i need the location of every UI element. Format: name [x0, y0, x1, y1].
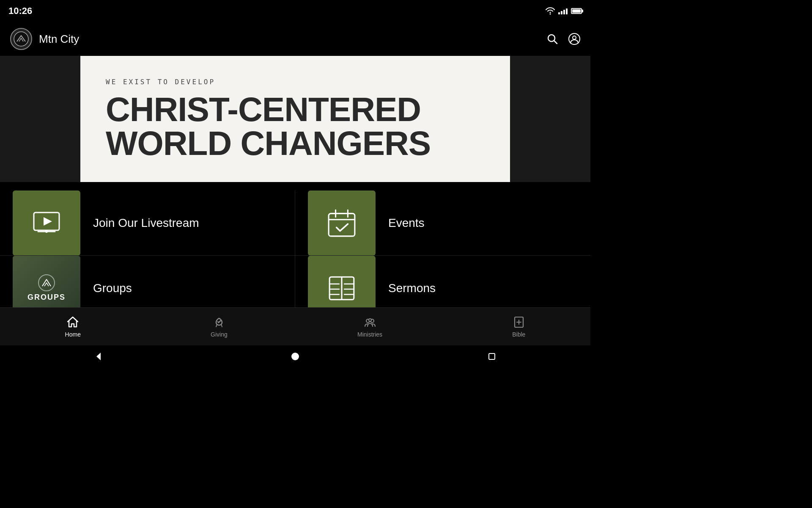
content-grid: Join Our Livestream Events [0, 190, 590, 321]
recent-icon [487, 352, 497, 361]
ministries-icon [364, 316, 376, 329]
video-play-icon [32, 208, 61, 238]
groups-label: Groups [93, 282, 132, 295]
nav-label-giving: Giving [211, 331, 228, 338]
wifi-icon [546, 7, 555, 15]
svg-point-1 [14, 32, 28, 46]
nav-item-home[interactable]: Home [57, 312, 89, 341]
hero-title-line1: CHRIST-CENTERED [106, 93, 485, 127]
svg-point-23 [369, 319, 371, 321]
back-icon [94, 352, 103, 361]
svg-marker-27 [96, 353, 101, 360]
groups-logo-text: GROUPS [27, 293, 66, 302]
system-back-button[interactable] [90, 348, 107, 365]
book-icon [327, 273, 357, 303]
app-bar-right [546, 33, 580, 45]
search-button[interactable] [546, 33, 558, 45]
system-home-button[interactable] [287, 348, 304, 365]
app-logo[interactable] [10, 28, 32, 50]
status-time: 10:26 [8, 6, 32, 17]
home-icon [66, 316, 79, 329]
hero-side-left [0, 56, 80, 182]
app-title: Mtn City [39, 33, 79, 46]
battery-icon [571, 8, 582, 14]
livestream-icon-box [13, 190, 80, 256]
search-icon [546, 33, 558, 45]
svg-point-4 [573, 36, 576, 39]
nav-item-ministries[interactable]: Ministries [349, 312, 391, 341]
livestream-item[interactable]: Join Our Livestream [0, 190, 295, 256]
svg-point-8 [45, 230, 48, 233]
status-bar: 10:26 [0, 0, 590, 22]
hero-title-line2: WORLD CHANGERS [106, 127, 485, 160]
svg-rect-9 [329, 213, 355, 236]
app-bar: Mtn City [0, 22, 590, 56]
profile-button[interactable] [568, 33, 580, 45]
hero-title: CHRIST-CENTERED WORLD CHANGERS [106, 93, 485, 160]
events-label: Events [388, 216, 425, 230]
status-icons [546, 7, 582, 15]
events-item[interactable]: Events [295, 190, 590, 256]
svg-rect-29 [489, 353, 495, 359]
nav-label-ministries: Ministries [357, 331, 382, 338]
signal-bars-icon [558, 8, 568, 14]
sermons-label: Sermons [388, 282, 436, 295]
system-home-icon [291, 352, 300, 361]
svg-marker-6 [44, 217, 52, 226]
mountain-logo-icon [41, 278, 52, 288]
logo-icon [14, 31, 29, 47]
bottom-nav: Home Giving Ministries Bible [0, 307, 590, 345]
profile-icon [568, 33, 580, 45]
hero-banner: WE EXIST TO DEVELOP CHRIST-CENTERED WORL… [80, 56, 510, 182]
bible-icon [513, 316, 525, 329]
system-nav [0, 345, 590, 367]
giving-icon [213, 316, 225, 329]
calendar-check-icon [327, 208, 357, 238]
nav-label-bible: Bible [512, 331, 525, 338]
nav-item-giving[interactable]: Giving [202, 312, 236, 341]
events-icon-box [308, 190, 376, 256]
svg-point-28 [291, 353, 299, 360]
livestream-label: Join Our Livestream [93, 216, 199, 230]
system-recent-button[interactable] [483, 348, 500, 365]
svg-point-0 [550, 14, 551, 15]
hero-side-right [510, 56, 590, 182]
nav-item-bible[interactable]: Bible [504, 312, 534, 341]
nav-label-home: Home [65, 331, 81, 338]
app-bar-left: Mtn City [10, 28, 79, 50]
groups-logo-circle [38, 274, 55, 291]
groups-logo: GROUPS [27, 274, 66, 302]
hero-subtitle: WE EXIST TO DEVELOP [106, 78, 485, 86]
